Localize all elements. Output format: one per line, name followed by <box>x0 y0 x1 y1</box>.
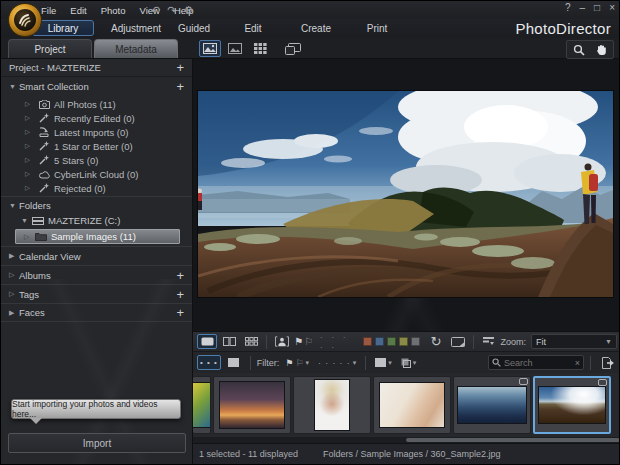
folder-sample-images-selected[interactable]: ▷ Sample Images (11) <box>15 229 180 244</box>
slideshow-button[interactable] <box>448 334 468 349</box>
rotate-left-button[interactable]: ↻ <box>426 334 446 349</box>
collapse-icon[interactable]: ▼ <box>9 83 19 90</box>
flag-reject-icon[interactable]: ⚐ <box>304 336 313 347</box>
tab-metadata[interactable]: Metadata <box>94 39 178 58</box>
expand-icon[interactable]: ▷ <box>25 114 37 122</box>
section-albums[interactable]: ▷ Albums + <box>1 265 192 284</box>
zoom-tool-icon[interactable] <box>568 41 589 58</box>
redo-icon[interactable]: ↷ <box>167 4 176 17</box>
thumbnail-cell-selected[interactable] <box>533 376 611 434</box>
flag-pick-icon[interactable]: ⚑ <box>294 336 303 347</box>
tree-item-latest-imports[interactable]: ▷ Latest Imports (0) <box>1 125 192 139</box>
tab-adjustment[interactable]: Adjustment <box>101 20 171 36</box>
photo-stage <box>193 59 620 331</box>
dual-display-button[interactable] <box>282 40 304 57</box>
add-album-button[interactable]: + <box>176 268 184 283</box>
thumbnail-cell[interactable] <box>293 376 371 434</box>
color-filter-dropdown[interactable]: · · · · · ▾ <box>315 355 359 370</box>
clear-search-icon[interactable]: × <box>575 358 580 368</box>
expand-icon[interactable]: ▷ <box>9 271 19 279</box>
thumbnail-options-menu[interactable] <box>478 334 498 349</box>
folders-header[interactable]: ▼ Folders <box>1 196 192 213</box>
help-icon[interactable]: ? <box>565 2 571 13</box>
flag-filter-dropdown[interactable]: ⚑⚐ ▾ <box>282 355 312 370</box>
menu-photo[interactable]: Photo <box>101 5 126 16</box>
minimize-icon[interactable]: – <box>580 2 586 13</box>
grid-view-button[interactable] <box>249 40 271 57</box>
current-path: Folders / Sample Images / 360_Sample2.jp… <box>323 449 501 459</box>
add-faces-button[interactable]: + <box>176 305 184 320</box>
expand-icon[interactable]: ▷ <box>25 184 37 192</box>
search-box[interactable]: × <box>488 355 584 370</box>
zoom-dropdown[interactable]: Fit ▼ <box>531 334 617 349</box>
face-tag-button[interactable] <box>272 334 292 349</box>
menu-file[interactable]: File <box>41 5 56 16</box>
sort-dropdown[interactable]: ▾ <box>372 355 395 370</box>
list-view-button[interactable] <box>224 355 244 370</box>
thumbnail-cell[interactable] <box>213 376 291 434</box>
section-tags[interactable]: ▷ Tags + <box>1 284 192 303</box>
expand-icon[interactable]: ▷ <box>25 142 37 150</box>
stack-dropdown[interactable]: ▾ <box>398 355 420 370</box>
thumbnail-cell[interactable] <box>193 376 211 434</box>
tab-project[interactable]: Project <box>8 39 92 58</box>
expand-icon[interactable]: ▷ <box>25 156 37 164</box>
section-calendar-view[interactable]: ▶ Calendar View <box>1 246 192 265</box>
single-view-button[interactable] <box>224 40 246 57</box>
folder-drive-row[interactable]: ▼ MAZTERIZE (C:) <box>1 213 192 228</box>
folder-label: Sample Images (11) <box>51 231 136 242</box>
tree-item-1-star-or-better[interactable]: ▷ 1 Star or Better (0) <box>1 139 192 153</box>
expand-icon[interactable]: ▷ <box>25 128 37 136</box>
settings-gear-icon[interactable]: ⚙ <box>183 4 193 17</box>
star-rating-dots[interactable]: · · · · · <box>320 332 353 352</box>
section-faces[interactable]: ▶ Faces + <box>1 303 192 322</box>
import-button[interactable]: Import <box>8 433 186 453</box>
tree-item-all-photos[interactable]: ▷ All Photos (11) <box>1 97 192 111</box>
tree-item-5-stars[interactable]: ▷ 5 Stars (0) <box>1 153 192 167</box>
two-up-view-button[interactable] <box>219 334 239 349</box>
dots-icon: · · · · · <box>318 358 351 368</box>
flag-buttons[interactable]: ⚑ ⚐ <box>294 334 314 349</box>
color-label-green[interactable] <box>387 337 396 346</box>
panorama-photo[interactable] <box>198 91 613 297</box>
export-button[interactable] <box>597 355 617 370</box>
collapse-icon[interactable]: ▼ <box>21 217 31 224</box>
tab-create[interactable]: Create <box>293 20 339 36</box>
expand-icon[interactable]: ▷ <box>25 170 37 178</box>
color-label-red[interactable] <box>363 337 372 346</box>
tab-print[interactable]: Print <box>357 20 397 36</box>
one-up-view-button[interactable] <box>197 334 217 349</box>
tree-item-cyberlink-cloud[interactable]: ▷ CyberLink Cloud (0) <box>1 167 192 181</box>
tab-edit[interactable]: Edit <box>233 20 273 36</box>
maximize-icon[interactable]: □ <box>594 2 600 13</box>
menu-edit[interactable]: Edit <box>70 5 86 16</box>
add-tag-button[interactable]: + <box>176 287 184 302</box>
tab-guided[interactable]: Guided <box>169 20 219 36</box>
library-sidebar: Project - MAZTERIZE + ▼ Smart Collection… <box>1 59 193 465</box>
color-label-gray[interactable] <box>411 337 420 346</box>
add-smart-collection-button[interactable]: + <box>176 79 184 94</box>
undo-icon[interactable]: ↶ <box>151 4 160 17</box>
thumbnail-preview-view-button[interactable] <box>199 40 221 57</box>
search-input[interactable] <box>504 358 572 368</box>
thumbnail-cell[interactable] <box>453 376 531 434</box>
expand-icon[interactable]: ▶ <box>9 252 19 260</box>
expand-icon[interactable]: ▶ <box>9 309 19 317</box>
color-label-yellow[interactable] <box>399 337 408 346</box>
collapse-icon[interactable]: ▼ <box>9 202 19 209</box>
close-icon[interactable]: × <box>609 2 615 13</box>
multi-view-button[interactable] <box>241 334 261 349</box>
color-label-blue[interactable] <box>375 337 384 346</box>
pan-tool-icon[interactable] <box>591 41 612 58</box>
expand-icon[interactable]: ▷ <box>25 100 37 108</box>
filmstrip-view-button[interactable]: • • • <box>197 355 221 370</box>
tree-item-recently-edited[interactable]: ▷ Recently Edited (0) <box>1 111 192 125</box>
expand-icon[interactable]: ▷ <box>9 290 19 298</box>
photo-thumbnail-360-blue <box>458 387 526 423</box>
smart-collection-header[interactable]: ▼ Smart Collection + <box>1 77 192 95</box>
scrollbar-thumb[interactable] <box>406 438 620 442</box>
add-project-button[interactable]: + <box>176 60 184 75</box>
thumbnail-cell[interactable] <box>373 376 451 434</box>
tree-item-rejected[interactable]: ▷ Rejected (0) <box>1 181 192 195</box>
expand-icon[interactable]: ▷ <box>24 233 34 241</box>
